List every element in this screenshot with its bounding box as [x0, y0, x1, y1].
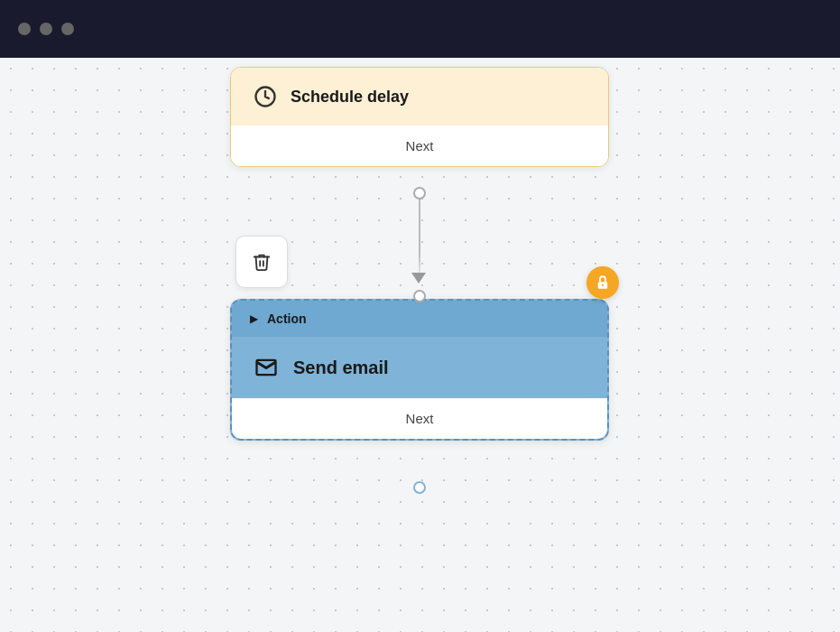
action-body: Send email: [232, 337, 607, 398]
top-bar: [0, 0, 840, 58]
action-label: Action: [267, 311, 307, 326]
schedule-delay-node[interactable]: Schedule delay Next: [230, 67, 609, 167]
schedule-delay-title: Schedule delay: [291, 88, 409, 107]
traffic-light-minimize[interactable]: [40, 23, 52, 35]
svg-point-2: [602, 284, 604, 286]
connector-line: [419, 191, 420, 281]
clock-icon: [253, 84, 278, 109]
play-icon: ▶: [250, 312, 258, 325]
connector-circle-top: [413, 187, 426, 200]
action-header: ▶ Action: [232, 301, 607, 337]
connector-arrow: [411, 273, 426, 283]
connector-circle-mid: [413, 290, 426, 302]
lock-badge: [586, 266, 619, 299]
traffic-light-maximize[interactable]: [61, 23, 74, 35]
email-icon: [254, 355, 279, 380]
action-node[interactable]: ▶ Action Send email Next: [230, 299, 609, 441]
trash-icon: [252, 252, 272, 272]
flow-canvas: Schedule delay Next: [0, 58, 840, 632]
action-next[interactable]: Next: [232, 398, 607, 439]
schedule-delay-header: Schedule delay: [231, 68, 608, 125]
nodes-container: Schedule delay Next: [0, 58, 840, 632]
connector-circle-bottom: [413, 481, 426, 494]
schedule-delay-next[interactable]: Next: [231, 125, 608, 166]
send-email-title: Send email: [293, 358, 389, 378]
traffic-light-close[interactable]: [18, 23, 31, 35]
lock-icon: [595, 274, 611, 291]
delete-button[interactable]: [235, 236, 288, 288]
